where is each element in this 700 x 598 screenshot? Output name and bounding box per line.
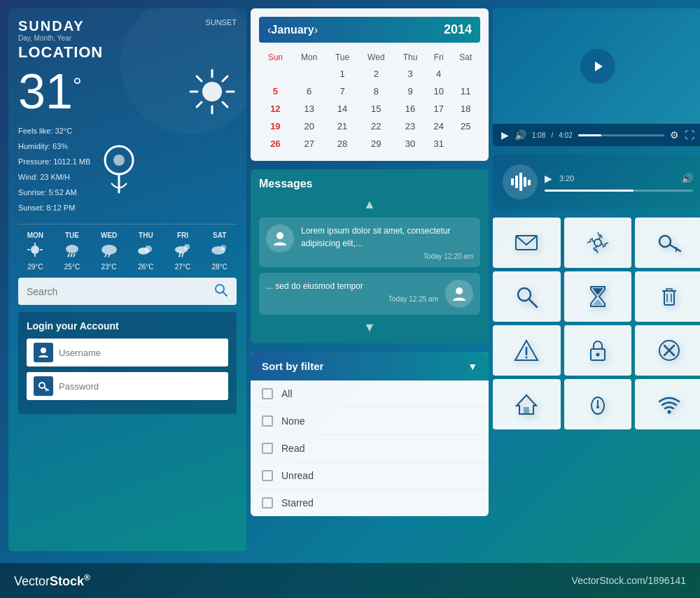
wifi-tile[interactable] (635, 379, 700, 429)
svg-point-30 (211, 246, 225, 255)
cal-cell[interactable] (451, 135, 480, 152)
filter-item-all[interactable]: All (251, 380, 489, 408)
settings-icon (585, 230, 610, 255)
weather-sunrise: Sunrise: 5:52 AM (18, 185, 90, 200)
filter-widget: Sort by filter ▼ All None Read Unread (251, 352, 489, 516)
cal-cell[interactable]: 28 (327, 135, 358, 152)
checkbox-all[interactable] (262, 388, 273, 399)
lock-icon (585, 338, 610, 363)
forecast-sat: SAT 28°C (202, 232, 237, 271)
cal-cell[interactable]: 22 (358, 118, 395, 135)
video-play-ctrl-btn[interactable]: ▶ (501, 129, 509, 141)
cal-cell[interactable]: 15 (358, 100, 395, 118)
key-tile[interactable] (635, 218, 700, 268)
username-field (27, 339, 228, 366)
cal-cell[interactable]: 16 (394, 100, 426, 118)
cal-cell[interactable]: 18 (451, 100, 480, 118)
cal-cell[interactable]: 4 (426, 65, 451, 83)
cal-cell[interactable]: 6 (292, 83, 327, 100)
video-fullscreen-btn[interactable]: ⛶ (685, 129, 694, 141)
forecast-fri: FRI 27°C (166, 232, 200, 271)
audio-volume-btn[interactable]: 🔊 (681, 173, 693, 184)
checkbox-starred[interactable] (262, 497, 273, 508)
checkbox-read[interactable] (262, 443, 273, 454)
cal-cell[interactable]: 13 (292, 100, 327, 118)
video-settings-btn[interactable]: ⚙ (670, 129, 679, 141)
svg-line-32 (223, 292, 227, 296)
home-tile[interactable] (493, 379, 561, 429)
username-input[interactable] (59, 348, 221, 358)
weather-degree: ° (73, 73, 82, 99)
svg-line-27 (179, 252, 181, 257)
svg-point-46 (594, 239, 601, 246)
cancel-tile[interactable] (635, 325, 700, 376)
scroll-down-btn[interactable]: ▼ (259, 320, 480, 335)
weather-humidity: Humidity: 63% (18, 138, 90, 154)
search-tile-icon (514, 284, 539, 309)
weather-day: SUNDAY (18, 18, 103, 34)
email-tile[interactable] (493, 218, 561, 268)
cal-cell[interactable]: 24 (426, 118, 451, 135)
cal-cell[interactable]: 8 (358, 83, 395, 100)
cal-cell[interactable]: 25 (451, 118, 480, 135)
checkbox-none[interactable] (262, 415, 273, 427)
cal-cell[interactable]: 3 (394, 65, 426, 83)
video-progress-bar[interactable] (578, 134, 664, 136)
cal-cell[interactable]: 20 (292, 118, 327, 135)
cal-cell[interactable]: 5 (259, 83, 292, 100)
cal-cell[interactable]: 19 (259, 118, 292, 135)
cal-cell[interactable]: 27 (292, 135, 327, 152)
hourglass-tile[interactable] (564, 271, 632, 322)
weather-widget: SUNDAY Day, Month, Year LOCATION SUNSET … (8, 8, 246, 551)
message-item-2: ... sed do eiusmod tempor Today 12:25 am (259, 273, 480, 315)
cal-cell[interactable]: 11 (451, 83, 480, 100)
filter-item-starred[interactable]: Starred (251, 490, 489, 516)
cal-cell[interactable]: 26 (259, 135, 292, 152)
filter-item-read[interactable]: Read (251, 435, 489, 462)
svg-rect-65 (524, 407, 529, 414)
calendar-next-btn[interactable]: › (314, 24, 318, 36)
alert-tile[interactable] (493, 325, 561, 376)
filter-item-unread[interactable]: Unread (251, 462, 489, 490)
cal-cell[interactable] (292, 65, 327, 83)
cal-cell[interactable]: 1 (327, 65, 358, 83)
svg-point-10 (113, 155, 125, 166)
video-play-btn[interactable] (580, 49, 615, 84)
mouse-tile[interactable] (564, 379, 632, 429)
cal-cell[interactable]: 29 (358, 135, 395, 152)
filter-dropdown-icon[interactable]: ▼ (468, 361, 477, 372)
search-button[interactable] (214, 283, 228, 299)
checkbox-unread[interactable] (262, 470, 273, 481)
cal-cell[interactable]: 12 (259, 100, 292, 118)
cal-cell[interactable]: 7 (327, 83, 358, 100)
audio-play-btn[interactable]: ▶ (545, 173, 552, 184)
search-input[interactable] (27, 286, 214, 297)
password-input[interactable] (59, 381, 221, 392)
forecast-storm-icon (173, 242, 192, 257)
cal-cell[interactable]: 23 (394, 118, 426, 135)
cal-cell[interactable]: 30 (394, 135, 426, 152)
cal-cell[interactable]: 14 (327, 100, 358, 118)
settings-tile[interactable] (564, 218, 632, 268)
calendar-row-1: 1 2 3 4 (259, 65, 480, 83)
audio-progress-bar[interactable] (545, 190, 693, 192)
trash-tile[interactable] (635, 271, 700, 322)
calendar-year: 2014 (444, 22, 472, 37)
cal-cell[interactable]: 2 (358, 65, 395, 83)
video-time-total: 4:02 (559, 131, 572, 139)
cal-cell[interactable]: 9 (394, 83, 426, 100)
cal-cell[interactable]: 21 (327, 118, 358, 135)
video-time-sep: / (551, 131, 553, 139)
filter-item-none[interactable]: None (251, 408, 489, 435)
lock-tile[interactable] (564, 325, 632, 376)
scroll-up-btn[interactable]: ▲ (259, 197, 480, 212)
cal-cell[interactable]: 10 (426, 83, 451, 100)
cal-cell[interactable]: 17 (426, 100, 451, 118)
calendar-grid: Sun Mon Tue Wed Thu Fri Sat 1 2 (259, 50, 480, 152)
home-icon (514, 392, 539, 417)
video-volume-btn[interactable]: 🔊 (514, 129, 526, 141)
cal-cell[interactable]: 31 (426, 135, 451, 152)
svg-rect-41 (515, 176, 518, 188)
cal-cell[interactable] (259, 65, 292, 83)
search-tile[interactable] (493, 271, 561, 322)
